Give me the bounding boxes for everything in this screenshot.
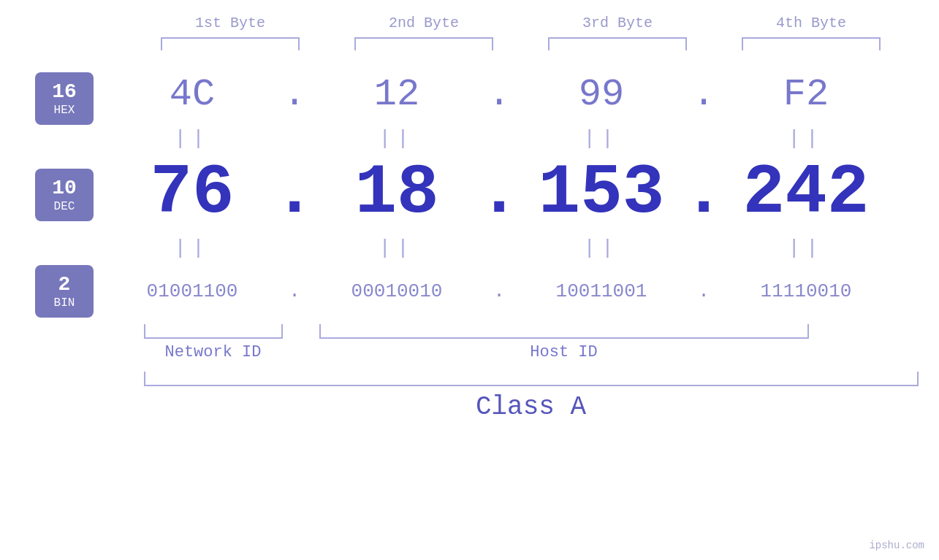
host-id-label: Host ID: [319, 343, 809, 361]
left-labels: 16 HEX 10 DEC 2 BIN: [0, 65, 94, 318]
dec-badge: 10 DEC: [35, 169, 94, 221]
dec-val-3: 153: [539, 153, 665, 233]
byte4-header: 4th Byte: [738, 15, 884, 31]
hex-dot-3: .: [685, 73, 722, 116]
byte2-header: 2nd Byte: [351, 15, 497, 31]
dec-row: 76 . 18 . 153 . 242: [108, 153, 939, 233]
eq-cell-3: ||: [517, 127, 685, 150]
dec-dot-3: .: [685, 153, 722, 233]
bin-cell-3: 10011001: [517, 280, 685, 302]
bin-val-1: 01001100: [147, 280, 238, 302]
dec-cell-4: 242: [722, 153, 890, 233]
hex-cell-1: 4C: [108, 73, 276, 116]
top-brackets: [134, 37, 908, 50]
bin-cell-4: 11110010: [722, 280, 890, 302]
eq2-cell-1: ||: [108, 237, 276, 259]
hex-cell-4: F2: [722, 73, 890, 116]
bracket-top-4: [742, 37, 881, 50]
bin-val-2: 00010010: [351, 280, 443, 302]
class-label: Class A: [144, 392, 919, 422]
dec-val-2: 18: [354, 153, 438, 233]
hex-val-3: 99: [579, 73, 624, 116]
eq2-cell-4: ||: [722, 237, 890, 259]
bracket-top-3: [548, 37, 687, 50]
dec-dot-1: .: [276, 153, 313, 233]
dec-val-4: 242: [743, 153, 870, 233]
hex-dot-2: .: [481, 73, 517, 116]
dec-val-1: 76: [150, 153, 234, 233]
id-labels-row: Network ID Host ID: [144, 343, 919, 361]
bin-val-3: 10011001: [556, 280, 647, 302]
network-bracket: [144, 324, 283, 339]
bracket-top-2: [354, 37, 493, 50]
dec-cell-1: 76: [108, 153, 276, 233]
hex-num: 16: [52, 80, 77, 104]
hex-val-4: F2: [783, 73, 829, 116]
bin-dot-2: .: [481, 280, 517, 302]
hex-cell-2: 12: [313, 73, 481, 116]
dec-num: 10: [52, 176, 77, 201]
equals-row-1: || || || ||: [108, 123, 939, 153]
bin-badge: 2 BIN: [35, 265, 94, 318]
hex-dot-1: .: [276, 73, 313, 116]
byte3-header: 3rd Byte: [544, 15, 691, 31]
hex-val-1: 4C: [170, 73, 215, 116]
class-bracket: [144, 372, 919, 386]
byte-headers: 1st Byte 2nd Byte 3rd Byte 4th Byte: [134, 15, 908, 31]
bin-cell-2: 00010010: [313, 280, 481, 302]
hex-badge: 16 HEX: [35, 72, 94, 125]
dec-label: DEC: [54, 200, 75, 214]
dec-cell-2: 18: [313, 153, 481, 233]
eq-cell-2: ||: [313, 127, 481, 150]
bin-label: BIN: [54, 296, 75, 310]
content-area: 16 HEX 10 DEC 2 BIN 4C .: [0, 65, 939, 321]
class-bracket-area: Class A: [144, 372, 919, 422]
bin-num: 2: [58, 272, 71, 297]
bottom-brackets-area: [144, 324, 919, 339]
eq-cell-1: ||: [108, 127, 276, 150]
byte1-header: 1st Byte: [157, 15, 303, 31]
eq2-cell-2: ||: [313, 237, 481, 259]
bin-dot-3: .: [685, 280, 722, 302]
hex-val-2: 12: [374, 73, 419, 116]
main-container: 1st Byte 2nd Byte 3rd Byte 4th Byte 16 H…: [0, 0, 939, 560]
bracket-top-1: [161, 37, 300, 50]
dec-cell-3: 153: [517, 153, 685, 233]
bin-val-4: 11110010: [761, 280, 852, 302]
hex-label: HEX: [54, 104, 75, 118]
equals-row-2: || || || ||: [108, 233, 939, 262]
bin-cell-1: 01001100: [108, 280, 276, 302]
network-id-label: Network ID: [144, 343, 283, 361]
watermark: ipshu.com: [869, 540, 924, 551]
values-grid: 4C . 12 . 99 . F2: [94, 65, 939, 321]
eq-cell-4: ||: [722, 127, 890, 150]
hex-cell-3: 99: [517, 73, 685, 116]
eq2-cell-3: ||: [517, 237, 685, 259]
bin-dot-1: .: [276, 280, 313, 302]
host-bracket: [319, 324, 809, 339]
hex-row: 4C . 12 . 99 . F2: [108, 65, 939, 123]
dec-dot-2: .: [481, 153, 517, 233]
bin-row: 01001100 . 00010010 . 10011001 .: [108, 262, 939, 321]
